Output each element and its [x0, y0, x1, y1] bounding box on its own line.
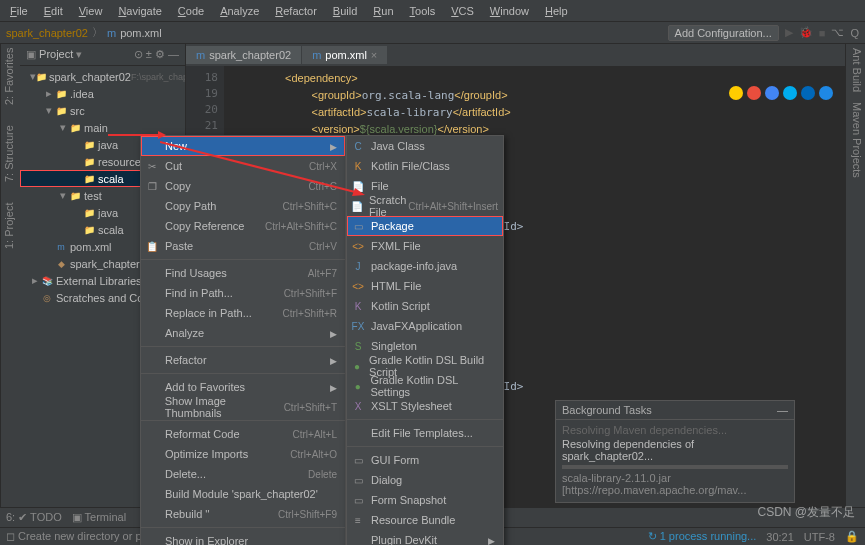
menu-file[interactable]: File — [4, 3, 34, 19]
menu-item-singleton[interactable]: SSingleton — [347, 336, 503, 356]
gutter-tab[interactable]: 1: Project — [3, 202, 18, 248]
browser-icon[interactable] — [819, 86, 833, 100]
menu-item-copy-path[interactable]: Copy PathCtrl+Shift+C — [141, 196, 345, 216]
editor-tabs[interactable]: mspark_chapter02mpom.xml × — [186, 44, 845, 66]
menu-item-fxml-file[interactable]: <>FXML File — [347, 236, 503, 256]
browser-icon[interactable] — [783, 86, 797, 100]
terminal-tab[interactable]: ▣ Terminal — [72, 511, 126, 524]
browser-icon[interactable] — [729, 86, 743, 100]
browser-icons-row[interactable] — [729, 86, 833, 100]
menu-edit[interactable]: Edit — [38, 3, 69, 19]
editor-tab[interactable]: mpom.xml × — [302, 46, 388, 64]
menu-item-package-info-java[interactable]: Jpackage-info.java — [347, 256, 503, 276]
project-view-title[interactable]: Project — [39, 48, 73, 60]
tree-node-main[interactable]: ▾📁main — [20, 119, 185, 136]
menu-item-copy[interactable]: ❐CopyCtrl+C — [141, 176, 345, 196]
menu-item-copy-reference[interactable]: Copy ReferenceCtrl+Alt+Shift+C — [141, 216, 345, 236]
menu-item-find-usages[interactable]: Find UsagesAlt+F7 — [141, 263, 345, 283]
tree-node-spark_chapter02[interactable]: ▾📁spark_chapter02 F:\spark_chapter02 — [20, 68, 185, 85]
stop-icon[interactable]: ■ — [819, 27, 826, 39]
search-icon[interactable]: Q — [850, 27, 859, 39]
menu-item-scratch-file[interactable]: 📄Scratch FileCtrl+Alt+Shift+Insert — [347, 196, 503, 216]
menu-item-dialog[interactable]: ▭Dialog — [347, 470, 503, 490]
menu-item-html-file[interactable]: <>HTML File — [347, 276, 503, 296]
status-icon[interactable]: ◻ — [6, 530, 15, 542]
todo-tab[interactable]: 6: ✔ TODO — [6, 511, 62, 524]
add-configuration-button[interactable]: Add Configuration... — [668, 25, 779, 41]
menu-item-refactor[interactable]: Refactor ▶ — [141, 350, 345, 370]
collapse-icon[interactable]: ± — [146, 48, 152, 60]
gear-icon[interactable]: ⚙ — [155, 48, 165, 60]
run-icon[interactable]: ▶ — [785, 26, 793, 39]
menu-item-find-in-path-[interactable]: Find in Path...Ctrl+Shift+F — [141, 283, 345, 303]
menu-item-new[interactable]: New ▶ — [141, 136, 345, 156]
menu-help[interactable]: Help — [539, 3, 574, 19]
breadcrumb-project[interactable]: spark_chapter02 — [6, 27, 88, 39]
browser-icon[interactable] — [801, 86, 815, 100]
git-icon[interactable]: ⌥ — [831, 26, 844, 39]
menu-item-kotlin-file-class[interactable]: KKotlin File/Class — [347, 156, 503, 176]
menu-refactor[interactable]: Refactor — [269, 3, 323, 19]
menu-tools[interactable]: Tools — [404, 3, 442, 19]
minimize-icon[interactable]: — — [777, 404, 788, 416]
menu-window[interactable]: Window — [484, 3, 535, 19]
menu-item-edit-file-templates-[interactable]: Edit File Templates... — [347, 423, 503, 443]
locate-icon[interactable]: ⊙ — [134, 48, 143, 60]
hide-icon[interactable]: — — [168, 48, 179, 60]
right-gutter[interactable]: Ant BuildMaven Projects — [845, 44, 865, 507]
menu-item-delete-[interactable]: Delete...Delete — [141, 464, 345, 484]
browser-icon[interactable] — [765, 86, 779, 100]
menu-item-xslt-stylesheet[interactable]: XXSLT Stylesheet — [347, 396, 503, 416]
encoding[interactable]: UTF-8 — [804, 531, 835, 543]
left-gutter[interactable]: 1: Project7: Structure2: Favorites — [0, 44, 20, 507]
process-running-link[interactable]: ↻ 1 process running... — [648, 530, 757, 543]
menu-item-replace-in-path-[interactable]: Replace in Path...Ctrl+Shift+R — [141, 303, 345, 323]
lock-icon[interactable]: 🔒 — [845, 530, 859, 543]
context-menu-new[interactable]: CJava ClassKKotlin File/Class📄File📄Scrat… — [346, 135, 504, 545]
tree-node-.idea[interactable]: ▸📁.idea — [20, 85, 185, 102]
breadcrumb-file[interactable]: pom.xml — [120, 27, 162, 39]
menu-item-show-image-thumbnails[interactable]: Show Image ThumbnailsCtrl+Shift+T — [141, 397, 345, 417]
menu-run[interactable]: Run — [367, 3, 399, 19]
menu-item-add-to-favorites[interactable]: Add to Favorites ▶ — [141, 377, 345, 397]
menu-item-javafxapplication[interactable]: FXJavaFXApplication — [347, 316, 503, 336]
menu-analyze[interactable]: Analyze — [214, 3, 265, 19]
menu-vcs[interactable]: VCS — [445, 3, 480, 19]
close-icon[interactable]: × — [371, 49, 377, 61]
gutter-tab[interactable]: Ant Build — [848, 48, 863, 92]
menu-item-build-module-spark-chapter02-[interactable]: Build Module 'spark_chapter02' — [141, 484, 345, 504]
menu-item-java-class[interactable]: CJava Class — [347, 136, 503, 156]
gutter-tab[interactable]: 7: Structure — [3, 125, 18, 182]
editor-tab[interactable]: mspark_chapter02 — [186, 46, 302, 64]
menu-navigate[interactable]: Navigate — [112, 3, 167, 19]
menu-build[interactable]: Build — [327, 3, 363, 19]
menu-item-cut[interactable]: ✂CutCtrl+X — [141, 156, 345, 176]
dropdown-icon[interactable]: ▾ — [76, 48, 82, 60]
menu-item-file[interactable]: 📄File — [347, 176, 503, 196]
menu-item-reformat-code[interactable]: Reformat CodeCtrl+Alt+L — [141, 424, 345, 444]
menu-item-rebuild-default-[interactable]: Rebuild ''Ctrl+Shift+F9 — [141, 504, 345, 524]
gutter-tab[interactable]: 2: Favorites — [3, 48, 18, 105]
gutter-tab[interactable]: Maven Projects — [848, 102, 863, 178]
menu-item-gradle-kotlin-dsl-build-script[interactable]: ●Gradle Kotlin DSL Build Script — [347, 356, 503, 376]
menu-code[interactable]: Code — [172, 3, 210, 19]
menu-item-resource-bundle[interactable]: ≡Resource Bundle — [347, 510, 503, 530]
menu-item-gui-form[interactable]: ▭GUI Form — [347, 450, 503, 470]
menu-item-show-in-explorer[interactable]: Show in Explorer — [141, 531, 345, 545]
menu-item-analyze[interactable]: Analyze ▶ — [141, 323, 345, 343]
cursor-position[interactable]: 30:21 — [766, 531, 794, 543]
background-tasks-panel[interactable]: Background Tasks— Resolving Maven depend… — [555, 400, 795, 503]
main-menubar[interactable]: FileEditViewNavigateCodeAnalyzeRefactorB… — [0, 0, 865, 22]
tree-node-src[interactable]: ▾📁src — [20, 102, 185, 119]
menu-view[interactable]: View — [73, 3, 109, 19]
menu-item-paste[interactable]: 📋PasteCtrl+V — [141, 236, 345, 256]
menu-item-form-snapshot[interactable]: ▭Form Snapshot — [347, 490, 503, 510]
menu-item-package[interactable]: ▭Package — [347, 216, 503, 236]
menu-item-gradle-kotlin-dsl-settings[interactable]: ●Gradle Kotlin DSL Settings — [347, 376, 503, 396]
debug-icon[interactable]: 🐞 — [799, 26, 813, 39]
context-menu-main[interactable]: New ▶✂CutCtrl+X❐CopyCtrl+CCopy PathCtrl+… — [140, 135, 346, 545]
menu-item-optimize-imports[interactable]: Optimize ImportsCtrl+Alt+O — [141, 444, 345, 464]
menu-item-plugin-devkit[interactable]: Plugin DevKit ▶ — [347, 530, 503, 545]
menu-item-kotlin-script[interactable]: KKotlin Script — [347, 296, 503, 316]
browser-icon[interactable] — [747, 86, 761, 100]
